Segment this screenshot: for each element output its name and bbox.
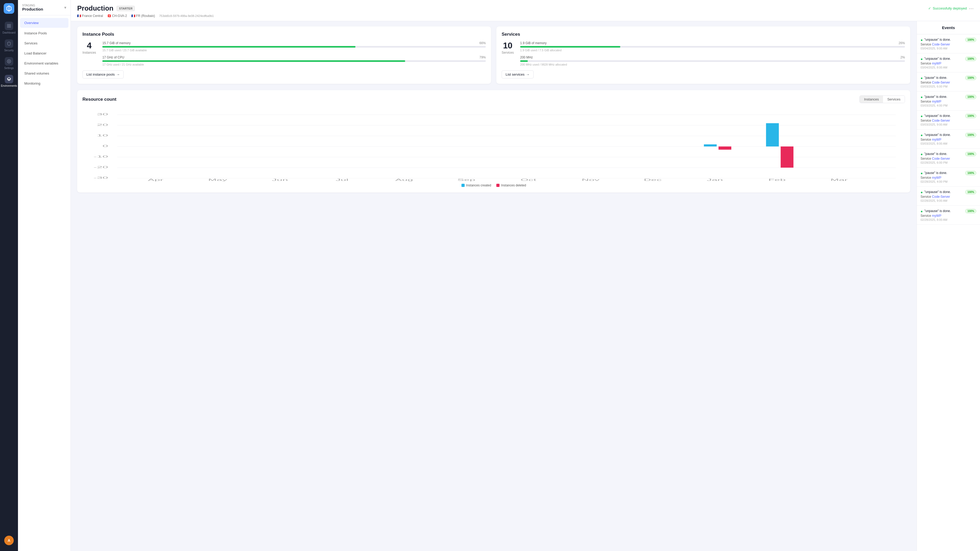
nav-item-shared-volumes[interactable]: Shared volumes xyxy=(20,68,68,78)
event-check-icon: ● xyxy=(921,38,923,42)
env-selector[interactable]: STAGING Production ▾ xyxy=(18,0,70,15)
event-service-link[interactable]: Code-Server xyxy=(932,43,950,46)
event-item: ● "unpause" is done. Service Code-Server… xyxy=(917,34,980,53)
nav-item-load-balancer[interactable]: Load Balancer xyxy=(20,48,68,58)
chart-title: Resource count xyxy=(83,97,116,102)
event-text: ● "unpause" is done. Service myWP 03/04/… xyxy=(921,57,965,69)
svg-text:20: 20 xyxy=(97,123,108,126)
event-text: ● "pause" is done. Service Code-Server 0… xyxy=(921,76,965,88)
layers-icon xyxy=(5,75,13,83)
nav-item-instance-pools[interactable]: Instance Pools xyxy=(20,28,68,38)
events-panel: Events ● "unpause" is done. Service Code… xyxy=(916,21,980,551)
svg-text:Apr: Apr xyxy=(148,178,163,182)
events-header: Events xyxy=(917,21,980,34)
event-service-link[interactable]: myWP xyxy=(932,214,941,218)
svg-rect-2 xyxy=(7,24,9,25)
more-options-button[interactable]: ⋯ xyxy=(969,6,974,11)
list-instance-pools-button[interactable]: List instance pools → xyxy=(83,70,124,78)
event-text: ● "unpause" is done. Service Code-Server… xyxy=(921,190,965,202)
event-content-row: ● "unpause" is done. Service Code-Server… xyxy=(921,114,976,126)
event-date: 03/04/2025, 9:00 AM xyxy=(921,47,965,50)
page-header: Production STARTER ✓ Successfully deploy… xyxy=(71,0,980,21)
ip-cpu-fill xyxy=(102,60,405,62)
sidebar-item-dashboard[interactable]: Dashboard xyxy=(0,19,18,37)
svg-text:Dec: Dec xyxy=(644,178,662,182)
services-title: Services xyxy=(502,32,905,37)
list-services-button[interactable]: List services → xyxy=(502,70,534,78)
event-top: ● "pause" is done. xyxy=(921,76,965,80)
event-item: ● "unpause" is done. Service Code-Server… xyxy=(917,110,980,129)
content-area: Instance Pools 4 Instances 15.7 GiB of m… xyxy=(71,21,980,551)
svg-text:Jan: Jan xyxy=(707,178,723,182)
legend-instances-deleted: Instances deleted xyxy=(496,183,526,187)
event-item: ● "unpause" is done. Service myWP 02/28/… xyxy=(917,206,980,225)
tab-services[interactable]: Services xyxy=(883,96,905,103)
header-actions: ✓ Successfully deployed ⋯ xyxy=(928,6,974,11)
event-service-link[interactable]: myWP xyxy=(932,138,941,142)
event-date: 02/28/2025, 6:00 PM xyxy=(921,161,965,164)
jan-created-bar xyxy=(704,144,716,147)
nav-item-env-variables[interactable]: Environment variables xyxy=(20,59,68,68)
ip-memory-sub: 15.7 GiB used / 23.7 GiB available xyxy=(102,49,486,52)
event-date: 03/03/2025, 9:00 AM xyxy=(921,123,965,126)
event-item: ● "pause" is done. Service myWP 02/28/20… xyxy=(917,168,980,187)
event-service-link[interactable]: Code-Server xyxy=(932,81,950,84)
user-avatar[interactable]: A xyxy=(4,536,14,545)
event-badge: 100% xyxy=(965,133,976,137)
svc-cpu-metric: 200 MHz 2% 200 MHz used / 9828 MHz alloc… xyxy=(520,56,905,66)
event-title: "unpause" is done. xyxy=(924,114,951,118)
event-service-link[interactable]: Code-Server xyxy=(932,119,950,123)
sidebar-item-environments[interactable]: Environments xyxy=(0,72,18,90)
event-badge: 100% xyxy=(965,171,976,175)
legend-deleted-label: Instances deleted xyxy=(501,183,526,187)
event-service-link[interactable]: myWP xyxy=(932,100,941,104)
event-date: 03/03/2025, 6:00 PM xyxy=(921,85,965,88)
nav-item-services[interactable]: Services xyxy=(20,38,68,48)
svg-text:Feb: Feb xyxy=(768,178,786,182)
svc-cpu-bar xyxy=(520,60,905,62)
chart-tabs: Instances Services xyxy=(859,96,905,103)
legend-deleted-dot xyxy=(496,184,500,187)
svc-memory-fill xyxy=(520,46,620,48)
event-text: ● "pause" is done. Service myWP 02/28/20… xyxy=(921,171,965,183)
event-service: Service myWP xyxy=(921,62,965,65)
environments-label: Environments xyxy=(1,84,17,87)
instance-pools-title: Instance Pools xyxy=(83,32,486,37)
ip-memory-fill xyxy=(102,46,355,48)
event-title: "unpause" is done. xyxy=(924,133,951,137)
svg-text:Sep: Sep xyxy=(457,178,475,182)
nav-item-monitoring[interactable]: Monitoring xyxy=(20,78,68,88)
nav-item-overview[interactable]: Overview xyxy=(20,18,68,28)
svg-text:Nov: Nov xyxy=(582,178,600,182)
event-service-link[interactable]: Code-Server xyxy=(932,157,950,161)
event-service-link[interactable]: myWP xyxy=(932,62,941,65)
instance-pools-card: Instance Pools 4 Instances 15.7 GiB of m… xyxy=(77,26,491,84)
starter-badge: STARTER xyxy=(116,6,135,11)
event-title: "pause" is done. xyxy=(924,152,947,156)
event-date: 02/28/2025, 9:00 AM xyxy=(921,199,965,202)
svg-rect-4 xyxy=(7,26,9,27)
event-badge: 100% xyxy=(965,57,976,61)
sidebar-item-security[interactable]: Security xyxy=(0,37,18,54)
event-service: Service Code-Server xyxy=(921,119,965,123)
event-content-row: ● "unpause" is done. Service Code-Server… xyxy=(921,38,976,50)
dashboard-icon xyxy=(5,22,13,30)
settings-label: Settings xyxy=(4,67,14,70)
app-logo[interactable] xyxy=(4,3,14,14)
services-card: Services 10 Services 1.9 GiB of memory 2… xyxy=(496,26,910,84)
nav-sidebar: STAGING Production ▾ Overview Instance P… xyxy=(18,0,71,551)
svg-text:10: 10 xyxy=(97,134,108,137)
svg-text:Oct: Oct xyxy=(521,178,536,182)
event-text: ● "unpause" is done. Service myWP 03/03/… xyxy=(921,133,965,145)
svg-text:May: May xyxy=(208,178,227,182)
tab-instances[interactable]: Instances xyxy=(860,96,883,103)
event-service-link[interactable]: Code-Server xyxy=(932,195,950,199)
legend-created-dot xyxy=(461,184,465,187)
event-content-row: ● "unpause" is done. Service myWP 03/03/… xyxy=(921,133,976,145)
svc-memory-sub: 1.9 GiB used / 7.5 GiB allocated xyxy=(520,49,905,52)
services-count: 10 xyxy=(502,41,514,50)
ip-memory-label: 15.7 GiB of memory xyxy=(102,41,130,45)
event-item: ● "pause" is done. Service myWP 03/03/20… xyxy=(917,91,980,110)
event-service-link[interactable]: myWP xyxy=(932,176,941,180)
sidebar-item-settings[interactable]: Settings xyxy=(0,54,18,72)
